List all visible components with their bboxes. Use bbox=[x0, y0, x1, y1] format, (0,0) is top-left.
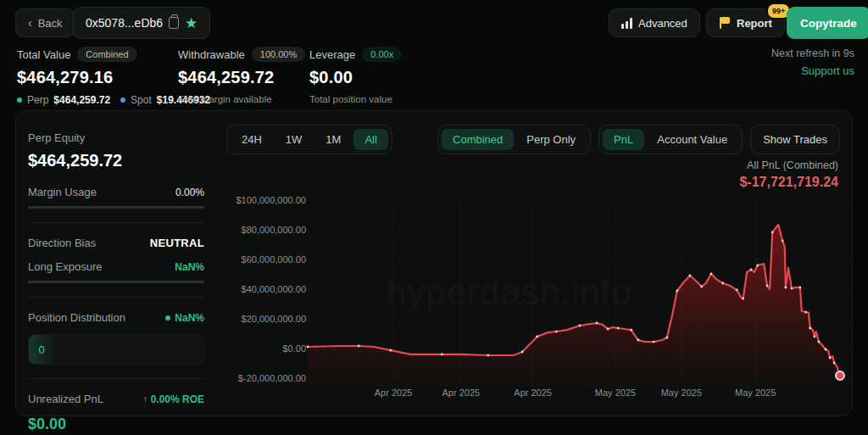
range-24h[interactable]: 24H bbox=[231, 129, 273, 150]
pnl-summary: All PnL (Combined) $-17,721,719.24 bbox=[739, 159, 838, 190]
leverage-sub: Total position value bbox=[309, 94, 402, 104]
wallet-address-pill[interactable]: 0x5078...eDb6 ★ bbox=[73, 7, 210, 39]
time-range-group: 24H 1W 1M All bbox=[226, 125, 392, 154]
perp-label: Perp bbox=[27, 94, 48, 106]
x-axis-label: May 2025 bbox=[730, 388, 781, 398]
margin-usage-bar bbox=[28, 206, 204, 209]
withdrawable-badge: 100.00% bbox=[252, 47, 305, 62]
y-axis-label: $20,000,000.00 bbox=[242, 314, 306, 324]
copytrade-button[interactable]: Copytrade bbox=[787, 7, 868, 39]
y-axis-label: $100,000,000.00 bbox=[236, 195, 306, 205]
unrealized-pnl-label: Unrealized PnL bbox=[28, 393, 103, 405]
copy-icon[interactable] bbox=[169, 17, 179, 29]
margin-usage-value: 0.00% bbox=[175, 187, 204, 198]
leverage-stat: Leverage 0.00x $0.00 Total position valu… bbox=[309, 47, 402, 104]
perp-equity-value: $464,259.72 bbox=[28, 151, 204, 170]
spot-label: Spot bbox=[131, 94, 152, 106]
withdrawable-stat: Withdrawable 100.00% $464,259.72 Free ma… bbox=[178, 47, 305, 104]
spot-dot-icon bbox=[120, 98, 125, 103]
show-trades-button[interactable]: Show Trades bbox=[750, 125, 840, 154]
combined-badge: Combined bbox=[77, 47, 136, 62]
y-axis-label: $-20,000,000.00 bbox=[238, 373, 306, 383]
back-label: Back bbox=[38, 17, 63, 30]
support-us-link[interactable]: Support us bbox=[801, 64, 854, 77]
advanced-label: Advanced bbox=[638, 17, 687, 30]
margin-usage-label: Margin Usage bbox=[28, 186, 97, 198]
report-button[interactable]: Report 99+ bbox=[706, 8, 785, 37]
withdrawable-amount: $464,259.72 bbox=[178, 68, 305, 87]
x-axis-label: May 2025 bbox=[590, 388, 641, 398]
perp-equity-label: Perp Equity bbox=[28, 131, 204, 144]
range-1m[interactable]: 1M bbox=[314, 129, 352, 150]
chart-controls: 24H 1W 1M All Combined Perp Only PnL Acc… bbox=[226, 125, 840, 154]
total-value-label: Total Value bbox=[17, 48, 70, 61]
withdrawable-label: Withdrawable bbox=[178, 48, 245, 61]
y-axis-label: $40,000,000.00 bbox=[242, 284, 306, 294]
unrealized-pnl-value: $0.00 bbox=[28, 415, 204, 433]
scope-perp-only[interactable]: Perp Only bbox=[515, 129, 587, 150]
pnl-line-chart[interactable] bbox=[306, 194, 855, 394]
divider bbox=[28, 378, 204, 379]
position-segment: 0 bbox=[29, 335, 54, 364]
flag-icon bbox=[719, 17, 731, 29]
scope-toggle-group: Combined Perp Only bbox=[437, 125, 591, 154]
pnl-summary-value: $-17,721,719.24 bbox=[739, 175, 838, 190]
long-exposure-bar bbox=[28, 281, 204, 283]
leverage-badge: 0.00x bbox=[362, 47, 402, 62]
position-distribution-label: Position Distribution bbox=[28, 311, 125, 324]
withdrawable-sub: Free margin available bbox=[178, 94, 305, 104]
metric-account-value[interactable]: Account Value bbox=[646, 129, 738, 150]
scope-combined[interactable]: Combined bbox=[442, 129, 514, 150]
range-all[interactable]: All bbox=[353, 129, 387, 150]
advanced-button[interactable]: Advanced bbox=[609, 8, 700, 37]
refresh-countdown: Next refresh in 9s bbox=[771, 47, 854, 59]
perp-dot-icon bbox=[17, 98, 22, 103]
account-sidebar: Perp Equity $464,259.72 Margin Usage 0.0… bbox=[28, 131, 204, 433]
y-axis-label: $60,000,000.00 bbox=[242, 254, 306, 265]
metric-toggle-group: PnL Account Value bbox=[598, 125, 743, 154]
long-exposure-value: NaN% bbox=[175, 261, 204, 273]
back-button[interactable]: ‹ Back bbox=[15, 8, 75, 37]
y-axis-label: $0.00 bbox=[282, 343, 306, 354]
wallet-address: 0x5078...eDb6 bbox=[86, 16, 163, 30]
divider bbox=[28, 297, 204, 298]
position-distribution-box: 0 bbox=[28, 334, 204, 365]
x-axis-label: Apr 2025 bbox=[368, 388, 419, 398]
direction-bias-label: Direction Bias bbox=[28, 237, 96, 249]
roe-value: ↑ 0.00% ROE bbox=[142, 393, 204, 405]
range-1w[interactable]: 1W bbox=[275, 129, 314, 150]
divider bbox=[28, 222, 204, 223]
bar-chart-icon bbox=[621, 18, 632, 29]
y-axis-label: $80,000,000.00 bbox=[242, 225, 306, 235]
main-card: Perp Equity $464,259.72 Margin Usage 0.0… bbox=[15, 110, 853, 416]
position-distribution-value: NaN% bbox=[165, 312, 204, 324]
direction-bias-value: NEUTRAL bbox=[150, 237, 204, 249]
x-axis-label: May 2025 bbox=[656, 388, 707, 398]
favorite-star-icon[interactable]: ★ bbox=[185, 16, 198, 31]
distribution-dot-icon bbox=[165, 315, 170, 321]
metric-pnl[interactable]: PnL bbox=[603, 129, 644, 150]
x-axis-label: Apr 2025 bbox=[508, 388, 559, 398]
x-axis: Apr 2025Apr 2025Apr 2025May 2025May 2025… bbox=[306, 388, 855, 404]
pnl-summary-label: All PnL (Combined) bbox=[739, 159, 838, 171]
leverage-label: Leverage bbox=[309, 48, 355, 61]
y-axis: $100,000,000.00$80,000,000.00$60,000,000… bbox=[220, 194, 306, 394]
long-exposure-label: Long Exposure bbox=[28, 260, 102, 273]
leverage-amount: $0.00 bbox=[309, 68, 402, 87]
chevron-left-icon: ‹ bbox=[28, 16, 32, 30]
x-axis-label: Apr 2025 bbox=[436, 388, 487, 398]
perp-value: $464,259.72 bbox=[53, 94, 110, 106]
report-label: Report bbox=[737, 17, 772, 30]
